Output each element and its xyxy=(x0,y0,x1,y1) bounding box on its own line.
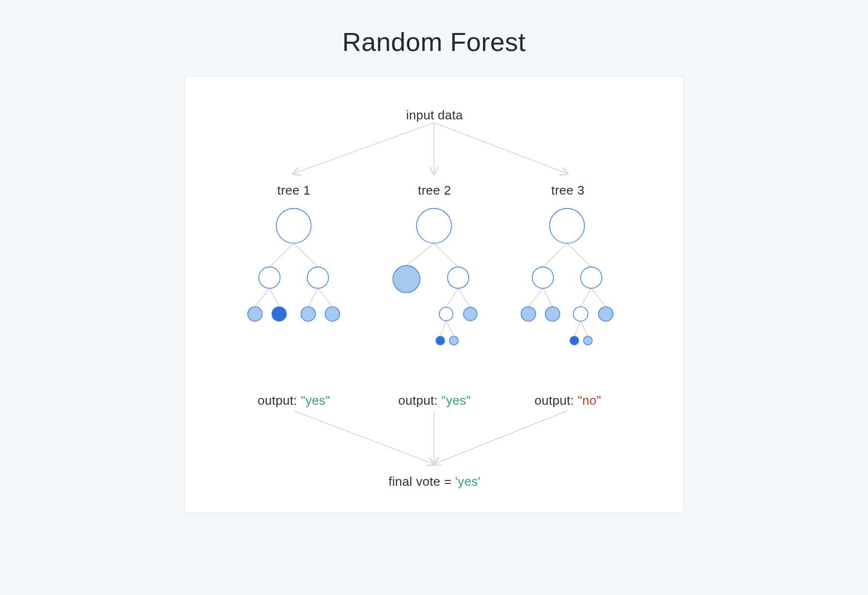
svg-point-25 xyxy=(439,307,453,321)
svg-line-5 xyxy=(255,288,270,307)
svg-point-37 xyxy=(549,208,584,243)
svg-line-3 xyxy=(270,243,294,267)
svg-line-48 xyxy=(434,411,567,464)
svg-point-12 xyxy=(248,307,262,321)
svg-point-28 xyxy=(450,336,458,345)
output-label-3: output: "no" xyxy=(534,393,601,408)
svg-point-44 xyxy=(570,336,579,345)
svg-line-2 xyxy=(434,123,567,174)
svg-line-30 xyxy=(567,243,591,267)
svg-point-45 xyxy=(583,336,592,345)
svg-line-4 xyxy=(294,243,318,267)
svg-line-6 xyxy=(270,288,279,307)
svg-point-39 xyxy=(580,267,602,288)
svg-line-19 xyxy=(458,288,470,307)
final-label: final vote = 'yes' xyxy=(388,474,481,489)
svg-point-42 xyxy=(573,307,588,321)
svg-line-36 xyxy=(580,321,588,336)
tree-label-3: tree 3 xyxy=(551,183,584,198)
svg-point-41 xyxy=(545,307,560,321)
svg-line-16 xyxy=(406,243,434,265)
output-label-2: output: "yes" xyxy=(398,393,471,408)
diagram-panel: input datatree 1output: "yes"tree 2outpu… xyxy=(184,76,684,513)
svg-line-17 xyxy=(434,243,458,267)
svg-line-18 xyxy=(446,288,458,307)
svg-line-8 xyxy=(318,288,333,307)
svg-line-46 xyxy=(294,411,434,464)
svg-line-35 xyxy=(574,321,580,336)
svg-line-33 xyxy=(580,288,591,307)
svg-line-31 xyxy=(529,288,543,307)
svg-point-13 xyxy=(272,307,287,321)
svg-point-26 xyxy=(464,307,477,321)
svg-line-34 xyxy=(591,288,606,307)
svg-point-24 xyxy=(448,267,469,288)
svg-point-14 xyxy=(301,307,316,321)
svg-point-10 xyxy=(259,267,280,288)
diagram-title: Random Forest xyxy=(342,27,526,57)
input-label: input data xyxy=(406,108,463,123)
svg-line-0 xyxy=(294,123,434,174)
svg-point-43 xyxy=(598,307,613,321)
svg-line-29 xyxy=(543,243,567,267)
svg-point-9 xyxy=(276,208,311,243)
tree-label-1: tree 1 xyxy=(277,183,310,198)
svg-point-22 xyxy=(417,208,451,243)
svg-line-7 xyxy=(308,288,318,307)
svg-point-38 xyxy=(532,267,554,288)
svg-point-11 xyxy=(307,267,329,288)
svg-line-32 xyxy=(543,288,553,307)
svg-point-23 xyxy=(393,265,420,293)
svg-point-27 xyxy=(436,336,445,345)
svg-line-21 xyxy=(446,321,454,336)
svg-point-40 xyxy=(521,307,536,321)
forest-svg xyxy=(185,77,683,512)
tree-label-2: tree 2 xyxy=(418,183,451,198)
svg-point-15 xyxy=(325,307,340,321)
svg-line-20 xyxy=(440,321,446,336)
output-label-1: output: "yes" xyxy=(257,393,330,408)
